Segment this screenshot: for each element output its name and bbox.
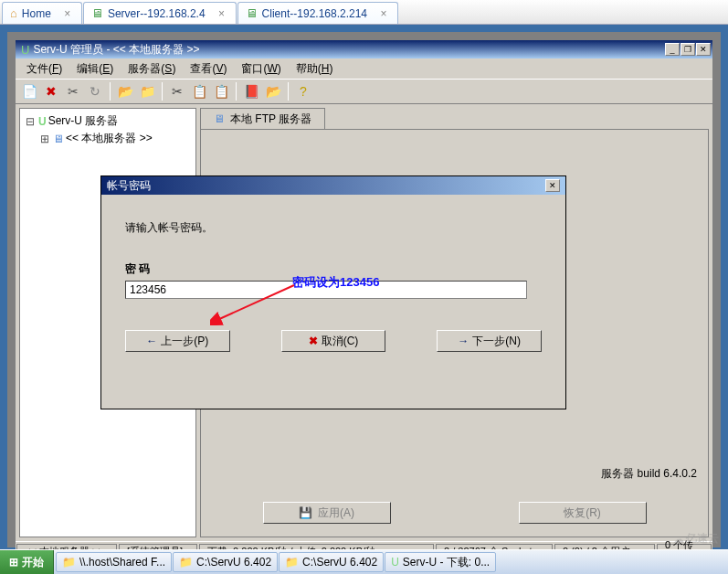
tool-scissors-icon[interactable]: ✂	[167, 81, 187, 101]
separator	[288, 82, 289, 101]
x-icon: ✖	[309, 335, 318, 347]
cancel-label: 取消(C)	[322, 334, 359, 349]
tree-child-label: << 本地服务器 >>	[66, 131, 153, 146]
menu-view[interactable]: 查看(V)	[183, 59, 234, 79]
folder-icon: 📁	[62, 556, 76, 569]
maximize-button[interactable]: ❐	[681, 43, 695, 56]
windows-icon: ⊞	[9, 556, 18, 569]
tool-folder-icon[interactable]: 📂	[263, 81, 283, 101]
collapse-icon[interactable]: ⊟	[24, 115, 37, 128]
u-icon: U	[38, 115, 47, 128]
svg-line-0	[217, 285, 294, 320]
minimize-button[interactable]: _	[665, 43, 680, 56]
tab-home[interactable]: ⌂ Home ×	[2, 2, 82, 24]
taskbar-item[interactable]: 📁C:\ServU 6.402	[173, 552, 278, 572]
arrow-left-icon: ←	[146, 335, 157, 347]
close-icon[interactable]: ×	[63, 7, 72, 20]
folder-icon: 📁	[285, 556, 299, 569]
monitor-icon: 🖥	[214, 112, 225, 125]
tool-help-icon[interactable]: ?	[293, 81, 313, 101]
home-icon: ⌂	[10, 6, 17, 20]
tool-delete-icon[interactable]: ✖	[41, 81, 61, 101]
menu-edit[interactable]: 编辑(E)	[69, 59, 121, 79]
tool-paste-icon[interactable]: 📋	[211, 81, 231, 101]
tab-server[interactable]: 🖥 Server--192.168.2.4 ×	[83, 2, 237, 24]
right-tabs: 🖥 本地 FTP 服务器	[200, 108, 709, 130]
tool-refresh-icon[interactable]: ↻	[85, 81, 105, 101]
menu-bar: 文件(F) 编辑(E) 服务器(S) 查看(V) 窗口(W) 帮助(H)	[16, 58, 712, 79]
prev-button[interactable]: ← 上一步(P)	[125, 330, 230, 352]
tool-folder-up-icon[interactable]: 📂	[115, 81, 135, 101]
expand-icon[interactable]: ⊞	[38, 133, 51, 145]
tab-ftp-label: 本地 FTP 服务器	[230, 112, 311, 127]
start-button[interactable]: ⊞ 开始	[0, 550, 54, 574]
separator	[162, 82, 163, 101]
annotation-arrow	[210, 283, 301, 325]
restore-label: 恢复(R)	[564, 505, 601, 521]
separator	[236, 82, 237, 101]
restore-button[interactable]: 恢复(R)	[519, 502, 647, 524]
annotation-text: 密码设为123456	[292, 274, 379, 291]
build-label: 服务器 build 6.4.0.2	[601, 466, 697, 482]
taskbar-items: 📁\\.host\Shared F... 📁C:\ServU 6.402 📁C:…	[54, 550, 728, 574]
tool-new-icon[interactable]: 📄	[19, 81, 39, 101]
tool-cut-icon[interactable]: ✂	[63, 81, 83, 101]
folder-icon: 📁	[179, 556, 193, 569]
watermark: ☁ 亿速云	[673, 531, 719, 547]
tree-child[interactable]: ⊞ 🖥 << 本地服务器 >>	[24, 130, 192, 147]
apply-button[interactable]: 💾 应用(A)	[263, 502, 391, 524]
apply-label: 应用(A)	[318, 505, 354, 521]
tool-copy-icon[interactable]: 📋	[189, 81, 209, 101]
monitor-icon: 🖥	[53, 133, 64, 145]
tab-ftp-server[interactable]: 🖥 本地 FTP 服务器	[200, 108, 325, 129]
next-button[interactable]: → 下一步(N)	[437, 330, 542, 352]
tool-folder-new-icon[interactable]: 📁	[137, 81, 157, 101]
monitor-icon: 🖥	[91, 6, 103, 20]
monitor-icon: 🖥	[246, 6, 258, 20]
dialog-close-button[interactable]: ✕	[545, 179, 560, 192]
tab-label: Client--192.168.2.214	[262, 7, 367, 20]
tab-label: Server--192.168.2.4	[108, 7, 206, 20]
window-buttons: _ ❐ ✕	[665, 43, 711, 56]
taskbar-item[interactable]: UServ-U - 下载: 0...	[385, 552, 496, 572]
app-icon: U	[21, 43, 29, 57]
content-buttons: 💾 应用(A) 恢复(R)	[201, 502, 708, 524]
u-icon: U	[391, 556, 399, 569]
dialog-body: 请输入帐号密码。 密 码 ← 上一步(P) ✖ 取消(C) → 下一步(N)	[101, 195, 565, 409]
tree-root[interactable]: ⊟ U Serv-U 服务器	[24, 112, 192, 130]
tool-book-icon[interactable]: 📕	[241, 81, 261, 101]
password-dialog: 帐号密码 ✕ 请输入帐号密码。 密 码 ← 上一步(P) ✖ 取消(C) → 下…	[100, 175, 566, 409]
tab-label: Home	[22, 7, 51, 20]
prev-label: 上一步(P)	[161, 334, 208, 349]
cancel-button[interactable]: ✖ 取消(C)	[281, 330, 386, 352]
menu-help[interactable]: 帮助(H)	[289, 59, 341, 79]
close-icon[interactable]: ×	[217, 7, 227, 20]
tab-client[interactable]: 🖥 Client--192.168.2.214 ×	[237, 2, 398, 24]
app-tab-bar: ⌂ Home × 🖥 Server--192.168.2.4 × 🖥 Clien…	[0, 0, 728, 25]
cloud-icon: ☁	[673, 533, 684, 546]
menu-file[interactable]: 文件(F)	[19, 59, 69, 79]
toolbar: 📄 ✖ ✂ ↻ 📂 📁 ✂ 📋 📋 📕 📂 ?	[16, 79, 712, 104]
menu-server[interactable]: 服务器(S)	[121, 59, 183, 79]
close-icon[interactable]: ×	[379, 7, 388, 20]
dialog-buttons: ← 上一步(P) ✖ 取消(C) → 下一步(N)	[125, 330, 542, 352]
window-titlebar: U Serv-U 管理员 - << 本地服务器 >> _ ❐ ✕	[16, 40, 712, 58]
arrow-right-icon: →	[458, 335, 469, 347]
menu-window[interactable]: 窗口(W)	[234, 59, 288, 79]
tree-root-label: Serv-U 服务器	[48, 113, 119, 129]
disk-icon: 💾	[299, 506, 312, 519]
start-label: 开始	[22, 555, 44, 570]
window-title: Serv-U 管理员 - << 本地服务器 >>	[33, 42, 665, 58]
taskbar-item[interactable]: 📁C:\ServU 6.402	[279, 552, 384, 572]
next-label: 下一步(N)	[472, 334, 521, 349]
taskbar-item[interactable]: 📁\\.host\Shared F...	[56, 552, 172, 572]
dialog-title: 帐号密码	[107, 178, 545, 194]
separator	[110, 82, 111, 101]
windows-taskbar: ⊞ 开始 📁\\.host\Shared F... 📁C:\ServU 6.40…	[0, 549, 728, 574]
dialog-prompt: 请输入帐号密码。	[125, 220, 542, 236]
close-button[interactable]: ✕	[696, 43, 711, 56]
dialog-titlebar: 帐号密码 ✕	[101, 176, 565, 195]
